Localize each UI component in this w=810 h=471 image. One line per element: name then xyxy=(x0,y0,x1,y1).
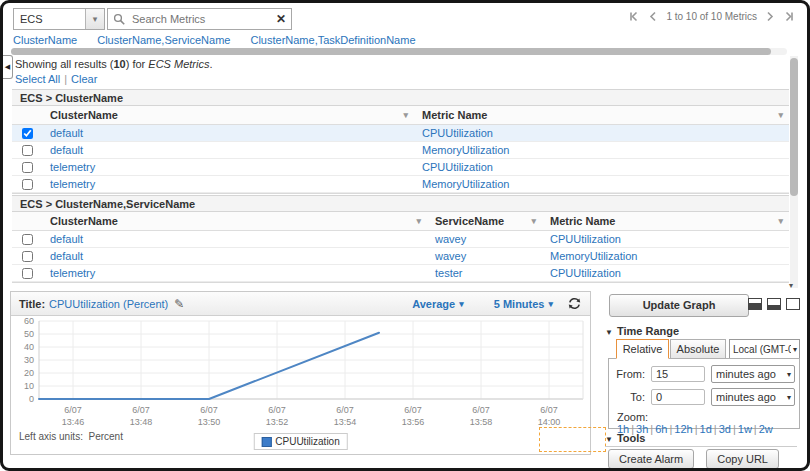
to-row: To: minutes ago▾ xyxy=(609,388,799,406)
cluster-link[interactable]: telemetry xyxy=(50,267,95,279)
column-header-metricname: Metric Name▾ xyxy=(414,106,789,124)
cluster-link[interactable]: default xyxy=(50,233,83,245)
collapse-panel-handle[interactable]: ◀ xyxy=(3,55,13,79)
sort-icon[interactable]: ▾ xyxy=(778,106,783,124)
period-dropdown[interactable]: 5 Minutes▾ xyxy=(494,298,553,310)
tools-buttons: Create Alarm Copy URL xyxy=(608,449,779,469)
graph-size-small-icon[interactable] xyxy=(748,298,762,310)
row-checkbox[interactable] xyxy=(22,179,33,190)
metric-link[interactable]: MemoryUtilization xyxy=(550,250,637,262)
tab-absolute[interactable]: Absolute xyxy=(670,339,726,359)
to-unit-select[interactable]: minutes ago▾ xyxy=(711,388,795,406)
timeseries-chart[interactable]: 01020304050606/0713:466/0713:486/0713:50… xyxy=(13,317,589,429)
window-frame: ECS ▾ ✕ 1 to 10 of 10 Metrics ClusterNam… xyxy=(0,0,810,471)
service-link[interactable]: wavey xyxy=(435,250,466,262)
next-page-icon[interactable] xyxy=(766,11,775,22)
service-link[interactable]: wavey xyxy=(435,233,466,245)
row-checkbox[interactable] xyxy=(22,162,33,173)
collapse-section-icon: ▼ xyxy=(605,435,613,444)
first-page-icon[interactable] xyxy=(628,11,639,22)
chart-legend: CPUUtilization xyxy=(253,433,347,450)
horizontal-scrollbar-thumb[interactable] xyxy=(11,48,771,55)
table-column-header-row: ClusterName▾ ServiceName▾ Metric Name▾ xyxy=(12,212,789,231)
tab-clustername-servicename[interactable]: ClusterName,ServiceName xyxy=(97,34,230,46)
svg-text:50: 50 xyxy=(24,329,34,339)
timezone-select[interactable]: Local (GMT-07:0 ▾ xyxy=(729,339,800,359)
graph-size-toggle xyxy=(748,298,800,310)
table-row[interactable]: telemetry CPUUtilization xyxy=(12,159,789,176)
table-row[interactable]: telemetry MemoryUtilization xyxy=(12,176,789,193)
cluster-link[interactable]: telemetry xyxy=(50,178,95,190)
svg-text:6/07: 6/07 xyxy=(268,405,286,415)
tab-clustername-taskdefinitionname[interactable]: ClusterName,TaskDefinitionName xyxy=(250,34,415,46)
table-row[interactable]: default CPUUtilization xyxy=(12,125,789,142)
table-row[interactable]: telemetry tester CPUUtilization xyxy=(12,265,789,282)
row-checkbox[interactable] xyxy=(22,268,33,279)
chevron-down-icon: ▾ xyxy=(791,345,799,354)
create-alarm-button[interactable]: Create Alarm xyxy=(608,449,694,469)
svg-text:13:46: 13:46 xyxy=(62,417,85,427)
update-graph-button[interactable]: Update Graph xyxy=(609,294,749,317)
select-all-link[interactable]: Select All xyxy=(15,73,60,85)
tools-section-header[interactable]: ▼Tools xyxy=(605,432,797,447)
clear-search-icon[interactable]: ✕ xyxy=(271,12,291,26)
graph-options-panel: Update Graph ▼Time Range Relative Absolu… xyxy=(601,291,803,471)
chevron-down-icon[interactable]: ▾ xyxy=(85,9,104,29)
service-link[interactable]: tester xyxy=(435,267,463,279)
from-value-input[interactable] xyxy=(651,366,705,382)
metric-search-box[interactable]: ✕ xyxy=(107,8,292,30)
column-header-servicename: ServiceName▾ xyxy=(427,212,542,230)
metric-link[interactable]: MemoryUtilization xyxy=(422,178,509,190)
sort-icon[interactable]: ▾ xyxy=(531,212,536,230)
metric-link[interactable]: MemoryUtilization xyxy=(422,144,509,156)
horizontal-scrollbar[interactable] xyxy=(11,48,787,55)
refresh-icon[interactable] xyxy=(567,296,582,311)
graph-size-large-icon[interactable] xyxy=(786,298,800,310)
namespace-select[interactable]: ECS ▾ xyxy=(13,8,105,30)
relative-time-settings: From: minutes ago▾ To: minutes ago▾ Zoom… xyxy=(608,358,800,429)
table-section-header: ECS > ClusterName,ServiceName xyxy=(12,195,789,212)
tab-clustername[interactable]: ClusterName xyxy=(13,34,77,46)
svg-text:40: 40 xyxy=(24,342,34,352)
cluster-link[interactable]: default xyxy=(50,144,83,156)
legend-swatch xyxy=(261,437,271,447)
row-checkbox[interactable] xyxy=(22,234,33,245)
metric-link[interactable]: CPUUtilization xyxy=(550,233,621,245)
cluster-link[interactable]: telemetry xyxy=(50,161,95,173)
tab-relative[interactable]: Relative xyxy=(616,339,669,359)
search-input[interactable] xyxy=(130,12,271,26)
copy-url-button[interactable]: Copy URL xyxy=(706,449,779,469)
graph-resize-handle[interactable] xyxy=(539,427,606,452)
vertical-scrollbar[interactable]: ▾ xyxy=(790,56,798,288)
prev-page-icon[interactable] xyxy=(648,11,657,22)
cluster-link[interactable]: default xyxy=(50,127,83,139)
metric-link[interactable]: CPUUtilization xyxy=(550,267,621,279)
scroll-down-icon[interactable]: ▾ xyxy=(789,281,793,290)
metric-link[interactable]: CPUUtilization xyxy=(422,127,493,139)
statistic-dropdown[interactable]: Average▾ xyxy=(412,298,464,310)
graph-size-medium-icon[interactable] xyxy=(767,298,781,310)
column-header-clustername: ClusterName▾ xyxy=(42,212,427,230)
sort-icon[interactable]: ▾ xyxy=(403,106,408,124)
last-page-icon[interactable] xyxy=(784,11,795,22)
cluster-link[interactable]: default xyxy=(50,250,83,262)
legend-label: CPUUtilization xyxy=(275,436,339,447)
edit-title-icon[interactable]: ✎ xyxy=(174,297,184,311)
row-checkbox[interactable] xyxy=(22,128,33,139)
metric-link[interactable]: CPUUtilization xyxy=(422,161,493,173)
table-row[interactable]: default wavey MemoryUtilization xyxy=(12,248,789,265)
sort-icon[interactable]: ▾ xyxy=(416,212,421,230)
vertical-scrollbar-thumb[interactable] xyxy=(790,58,798,196)
row-checkbox[interactable] xyxy=(22,251,33,262)
svg-text:13:54: 13:54 xyxy=(334,417,357,427)
time-range-section-header[interactable]: ▼Time Range xyxy=(605,325,679,337)
table-row[interactable]: default wavey CPUUtilization xyxy=(12,231,789,248)
sort-icon[interactable]: ▾ xyxy=(778,212,783,230)
results-count: 10 xyxy=(113,58,125,70)
to-value-input[interactable] xyxy=(651,389,705,405)
clear-selection-link[interactable]: Clear xyxy=(71,73,97,85)
svg-text:30: 30 xyxy=(24,355,34,365)
row-checkbox[interactable] xyxy=(22,145,33,156)
table-row[interactable]: default MemoryUtilization xyxy=(12,142,789,159)
from-unit-select[interactable]: minutes ago▾ xyxy=(711,365,795,383)
